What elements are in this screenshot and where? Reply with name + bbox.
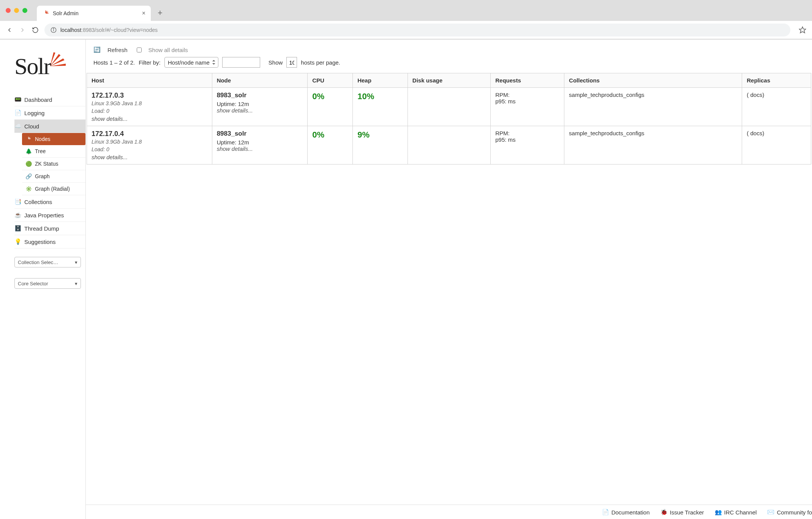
show-details-link[interactable]: show details... [92, 116, 207, 122]
sidebar-item-nodes[interactable]: Nodes [22, 133, 85, 145]
show-details-link[interactable]: show details... [92, 154, 207, 160]
java-icon: ☕ [14, 212, 21, 218]
collection-name[interactable]: sample_techproducts_configs [569, 130, 644, 136]
hosts-range-label: Hosts 1 – 2 of 2. [93, 59, 135, 66]
footer-documentation[interactable]: 📄Documentation [602, 509, 650, 516]
svg-point-6 [53, 28, 54, 29]
solr-logo[interactable]: Solr [14, 53, 85, 80]
url-text: localhost:8983/solr/#/~cloud?view=nodes [60, 27, 158, 33]
nodes-icon [25, 136, 32, 142]
uptime: Uptime: 12m [217, 101, 303, 107]
filter-row: Hosts 1 – 2 of 2. Filter by: Host/node n… [86, 57, 812, 73]
host-ip: 172.17.0.3 [92, 92, 207, 100]
node-name: 8983_solr [217, 92, 303, 99]
sidebar-item-zkstatus[interactable]: 🟢ZK Status [22, 158, 85, 170]
show-all-details-checkbox[interactable] [137, 47, 142, 52]
sidebar-item-suggestions[interactable]: 💡Suggestions [14, 235, 85, 248]
nav-bar: localhost:8983/solr/#/~cloud?view=nodes [0, 21, 812, 39]
sidebar-item-javaprops[interactable]: ☕Java Properties [14, 209, 85, 222]
table-row: 172.17.0.3 Linux 3.9Gb Java 1.8 Load: 0 … [87, 88, 811, 126]
bug-icon: 🐞 [660, 509, 668, 516]
refresh-icon[interactable]: 🔄 [93, 46, 101, 53]
rpm: RPM: [495, 92, 559, 98]
close-window-button[interactable] [6, 8, 11, 13]
th-replicas[interactable]: Replicas [742, 73, 811, 88]
filter-by-label: Filter by: [139, 59, 161, 66]
footer: 📄Documentation 🐞Issue Tracker 👥IRC Chann… [86, 505, 812, 519]
sidebar-item-graph-radial[interactable]: ✳️Graph (Radial) [22, 183, 85, 195]
filter-field-select[interactable]: Host/node name [164, 57, 218, 68]
th-host[interactable]: Host [87, 73, 212, 88]
th-heap[interactable]: Heap [353, 73, 408, 88]
refresh-button[interactable]: Refresh [107, 47, 128, 53]
th-cpu[interactable]: CPU [308, 73, 353, 88]
footer-issue-tracker[interactable]: 🐞Issue Tracker [660, 509, 704, 516]
sidebar-item-collections[interactable]: 📑Collections [14, 195, 85, 209]
show-details-link[interactable]: show details... [217, 146, 303, 152]
toolbar: 🔄 Refresh Show all details [86, 40, 812, 57]
node-name: 8983_solr [217, 130, 303, 138]
bulb-icon: 💡 [14, 238, 21, 245]
collection-name[interactable]: sample_techproducts_configs [569, 92, 644, 98]
bookmark-star-icon[interactable] [799, 26, 806, 34]
show-details-link[interactable]: show details... [217, 107, 303, 114]
sidebar: Solr 📟Dashboard 📄Logging ☁️Cloud Nodes 🌲… [0, 40, 85, 519]
maximize-window-button[interactable] [22, 8, 27, 13]
radial-icon: ✳️ [25, 185, 32, 192]
mail-icon: ✉️ [767, 509, 774, 516]
sidebar-item-graph[interactable]: 🔗Graph [22, 170, 85, 183]
dashboard-icon: 📟 [14, 96, 21, 103]
th-collections[interactable]: Collections [564, 73, 742, 88]
sidebar-item-threaddump[interactable]: 🗄️Thread Dump [14, 222, 85, 235]
th-requests[interactable]: Requests [491, 73, 564, 88]
sidebar-item-logging[interactable]: 📄Logging [14, 106, 85, 120]
heap-pct: 10% [357, 92, 374, 101]
th-disk[interactable]: Disk usage [408, 73, 490, 88]
svg-marker-7 [799, 27, 806, 33]
sidebar-item-dashboard[interactable]: 📟Dashboard [14, 93, 85, 106]
forward-icon[interactable] [19, 26, 26, 34]
nav-list: 📟Dashboard 📄Logging ☁️Cloud Nodes 🌲Tree … [14, 93, 85, 248]
minimize-window-button[interactable] [14, 8, 19, 13]
load-info: Load: 0 [92, 108, 207, 114]
main-content: 🔄 Refresh Show all details Hosts 1 – 2 o… [85, 40, 812, 519]
footer-community[interactable]: ✉️Community fo [767, 509, 812, 516]
thread-icon: 🗄️ [14, 225, 21, 232]
footer-irc[interactable]: 👥IRC Channel [715, 509, 757, 516]
logging-icon: 📄 [14, 109, 21, 116]
per-page-suffix: hosts per page. [301, 59, 340, 66]
solr-favicon-icon [42, 10, 49, 17]
info-icon[interactable] [51, 27, 57, 33]
filter-text-input[interactable] [222, 57, 260, 68]
th-node[interactable]: Node [212, 73, 308, 88]
disk-cell [408, 126, 490, 165]
sidebar-item-tree[interactable]: 🌲Tree [22, 145, 85, 158]
window-controls [6, 8, 27, 13]
collections-icon: 📑 [14, 198, 21, 205]
new-tab-button[interactable]: + [158, 8, 163, 18]
heap-pct: 9% [357, 130, 370, 139]
show-label: Show [269, 59, 283, 66]
back-icon[interactable] [6, 26, 13, 34]
table-row: 172.17.0.4 Linux 3.9Gb Java 1.8 Load: 0 … [87, 126, 811, 165]
collection-selector[interactable]: Collection Selec…▾ [14, 257, 81, 267]
replicas: ( docs) [747, 92, 764, 98]
people-icon: 👥 [715, 509, 722, 516]
cpu-pct: 0% [312, 130, 324, 139]
svg-rect-3 [46, 13, 49, 14]
address-bar[interactable]: localhost:8983/solr/#/~cloud?view=nodes [44, 24, 790, 36]
sidebar-item-cloud[interactable]: ☁️Cloud [14, 120, 85, 133]
p95: p95: ms [495, 136, 559, 143]
chevron-down-icon: ▾ [75, 260, 77, 265]
per-page-input[interactable] [286, 57, 297, 68]
graph-icon: 🔗 [25, 173, 32, 180]
reload-icon[interactable] [32, 26, 39, 34]
core-selector[interactable]: Core Selector▾ [14, 278, 81, 289]
doc-icon: 📄 [602, 509, 609, 516]
chevron-down-icon: ▾ [75, 281, 77, 286]
tree-icon: 🌲 [25, 148, 32, 155]
close-tab-icon[interactable]: × [142, 10, 145, 17]
browser-tab[interactable]: Solr Admin × [37, 6, 151, 21]
browser-chrome: Solr Admin × + localhost:8983/solr/#/~cl… [0, 0, 812, 40]
page-body: Solr 📟Dashboard 📄Logging ☁️Cloud Nodes 🌲… [0, 40, 812, 519]
